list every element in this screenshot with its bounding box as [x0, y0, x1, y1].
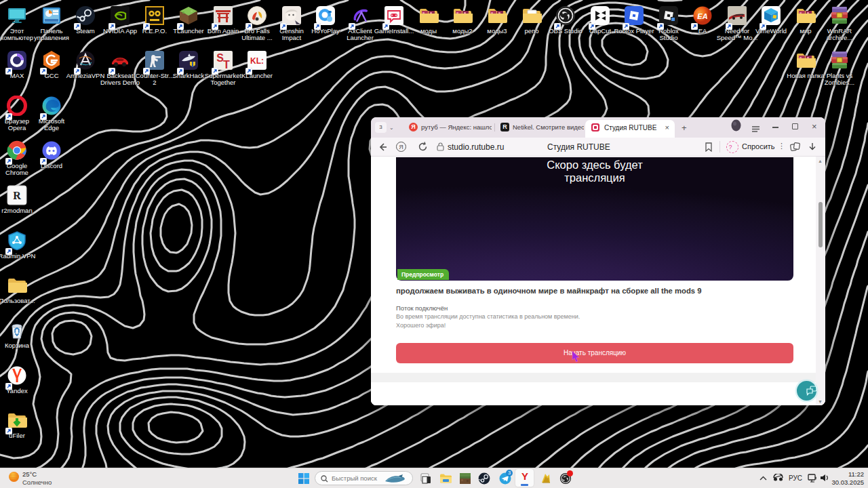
svg-text:KL:: KL:: [250, 56, 264, 66]
svg-text:EA: EA: [697, 12, 707, 20]
svg-text:T: T: [223, 59, 230, 70]
svg-text:R: R: [13, 190, 21, 201]
